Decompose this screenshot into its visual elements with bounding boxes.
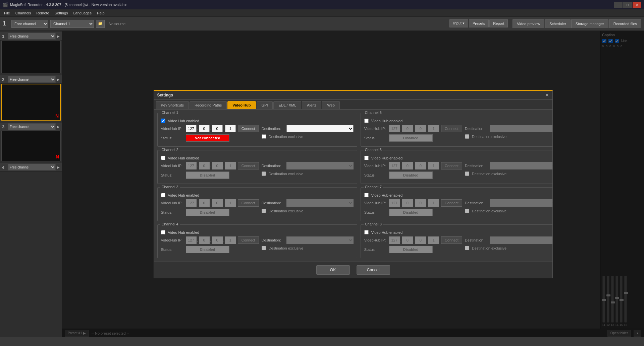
report-button[interactable]: Report	[489, 19, 508, 27]
channel-1-ip-2[interactable]	[199, 125, 210, 132]
channel-5-excl-checkbox[interactable]	[465, 134, 469, 139]
menu-channels[interactable]: Channels	[13, 10, 34, 16]
channel-6-ip-1[interactable]	[389, 162, 400, 169]
channel-1-enabled-checkbox[interactable]	[161, 119, 165, 123]
channel-1-ip-4[interactable]	[225, 125, 236, 132]
tab-alerts[interactable]: Alerts	[302, 101, 321, 109]
channel-7-enabled-checkbox[interactable]	[364, 193, 369, 197]
channel-5-ip-1[interactable]	[389, 125, 400, 132]
channel-6-dest-dropdown[interactable]	[490, 162, 552, 169]
channel-3-enabled-checkbox[interactable]	[161, 193, 165, 197]
channel-2-enabled-checkbox[interactable]	[161, 156, 165, 160]
channel-5-ip-4[interactable]	[428, 125, 439, 132]
channel-2-ip-3[interactable]	[212, 162, 223, 169]
channel-4-ip-4[interactable]	[225, 236, 236, 244]
channel-7-excl-checkbox[interactable]	[465, 209, 469, 213]
close-button[interactable]: ✕	[633, 2, 641, 8]
minimize-button[interactable]: ─	[614, 2, 623, 8]
menu-help[interactable]: Help	[94, 10, 107, 16]
channel-6-ip-2[interactable]	[402, 162, 413, 169]
sidebar-ch-3-select[interactable]: Free channel	[8, 123, 56, 130]
tab-storage-manager[interactable]: Storage manager	[571, 19, 608, 28]
presets-button[interactable]: Presets	[469, 19, 489, 27]
channel-8-ip-2[interactable]	[402, 236, 413, 244]
channel-7-ip-3[interactable]	[415, 199, 426, 207]
channel-1-ip-1[interactable]	[186, 125, 197, 132]
channel-7-ip-2[interactable]	[402, 199, 413, 207]
channel-3-dest-dropdown[interactable]	[286, 199, 354, 207]
channel-4-connect-btn[interactable]: Connect	[238, 236, 259, 244]
maximize-button[interactable]: □	[623, 2, 632, 8]
channel-7-connect-btn[interactable]: Connect	[441, 199, 462, 207]
channel-2-ip-2[interactable]	[199, 162, 210, 169]
channel-4-left: VideoHub IP: . . .	[161, 236, 259, 255]
tab-edl-xml[interactable]: EDL / XML	[273, 101, 301, 109]
channel-3-ip-4[interactable]	[225, 199, 236, 207]
tab-recording-paths[interactable]: Recording Paths	[190, 101, 227, 109]
channel-5-ip-2[interactable]	[402, 125, 413, 132]
channel-6-connect-btn[interactable]: Connect	[441, 162, 462, 169]
channel-8-excl-checkbox[interactable]	[465, 246, 469, 250]
channel-3-connect-btn[interactable]: Connect	[238, 199, 259, 207]
channel-7-dest-dropdown[interactable]	[490, 199, 552, 207]
menu-remote[interactable]: Remote	[34, 10, 52, 16]
channel-6-excl-checkbox[interactable]	[465, 171, 469, 176]
channel-2-enabled-label: Video Hub enabled	[168, 156, 199, 160]
channel-2-ip-4[interactable]	[225, 162, 236, 169]
channel-3-ip-1[interactable]	[186, 199, 197, 207]
channel-1-excl-checkbox[interactable]	[262, 134, 266, 139]
tab-video-hub[interactable]: Video Hub	[227, 101, 256, 109]
sidebar-ch-2-select[interactable]: Free channel	[8, 76, 56, 83]
channel-1-dest-dropdown[interactable]	[286, 125, 354, 132]
channel-4-enabled-checkbox[interactable]	[161, 230, 165, 234]
channel-3-excl-checkbox[interactable]	[262, 209, 266, 213]
menu-settings[interactable]: Settings	[52, 10, 71, 16]
tab-video-preview[interactable]: Video preview	[513, 19, 544, 28]
channel-8-ip-3[interactable]	[415, 236, 426, 244]
menu-languages[interactable]: Languages	[71, 10, 94, 16]
channel-3-ip-2[interactable]	[199, 199, 210, 207]
channel-5-enabled-checkbox[interactable]	[364, 119, 369, 123]
channel-select-2[interactable]: Channel 1	[50, 20, 94, 28]
channel-4-dest-dropdown[interactable]	[286, 236, 354, 244]
channel-8-enabled-checkbox[interactable]	[364, 230, 369, 234]
channel-5-connect-btn[interactable]: Connect	[441, 125, 462, 132]
tab-recorded-files[interactable]: Recorded files	[609, 19, 641, 28]
menu-file[interactable]: File	[1, 10, 13, 16]
channel-5-dest-dropdown[interactable]	[490, 125, 552, 132]
channel-6-ip-4[interactable]	[428, 162, 439, 169]
channel-8-dest-dropdown[interactable]	[490, 236, 552, 244]
tab-scheduler[interactable]: Scheduler	[545, 19, 571, 28]
channel-2-dest-dropdown[interactable]	[286, 162, 354, 169]
channel-1-ip-3[interactable]	[212, 125, 223, 132]
input-button[interactable]: Input ▾	[449, 19, 468, 27]
channel-select-1[interactable]: Free channel	[11, 20, 48, 28]
channel-4-ip-2[interactable]	[199, 236, 210, 244]
channel-6-ip-3[interactable]	[415, 162, 426, 169]
channel-8-ip-1[interactable]	[389, 236, 400, 244]
channel-4-ip-1[interactable]	[186, 236, 197, 244]
channel-2-excl-checkbox[interactable]	[262, 171, 266, 176]
channel-4-ip-3[interactable]	[212, 236, 223, 244]
channel-8-ip-4[interactable]	[428, 236, 439, 244]
channel-5-ip-3[interactable]	[415, 125, 426, 132]
channel-folder-button[interactable]: 📁	[96, 20, 105, 28]
sidebar-ch-4-select[interactable]: Free channel	[8, 164, 56, 170]
channel-7-ip-4[interactable]	[428, 199, 439, 207]
ok-button[interactable]: OK	[316, 265, 350, 275]
modal-close-button[interactable]: ✕	[545, 93, 549, 97]
tab-web[interactable]: Web	[322, 101, 339, 109]
channel-6-enabled-checkbox[interactable]	[364, 156, 369, 160]
channel-2-connect-btn[interactable]: Connect	[238, 162, 259, 169]
tab-key-shortcuts[interactable]: Key Shortcuts	[156, 101, 189, 109]
channel-2-ip-1[interactable]	[186, 162, 197, 169]
channel-8-connect-btn[interactable]: Connect	[441, 236, 462, 244]
channel-3-ip-3[interactable]	[212, 199, 223, 207]
sidebar-ch-1-select[interactable]: Free channel	[8, 33, 56, 40]
channel-4-excl-checkbox[interactable]	[262, 246, 266, 250]
channel-4-enabled-label: Video Hub enabled	[168, 230, 199, 234]
channel-1-connect-btn[interactable]: Connect	[238, 125, 259, 132]
cancel-button[interactable]: Cancel	[357, 265, 390, 275]
channel-7-ip-1[interactable]	[389, 199, 400, 207]
tab-gpi[interactable]: GPI	[257, 101, 273, 109]
